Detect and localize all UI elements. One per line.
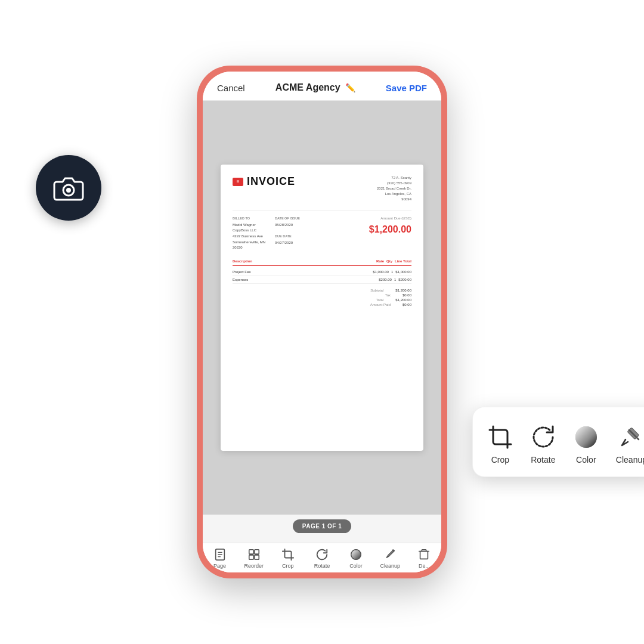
panel-color-icon [573,424,599,450]
invoice-row-2: Expenses $200.00 1 $200.00 [233,276,411,284]
phone-shell: Cancel ACME Agency ✏️ Save PDF [197,66,447,578]
invoice-table-header: Description Rate Qty Line Total [233,257,411,266]
invoice-row-1: Project Fee $1,000.00 1 $1,000.00 [233,268,411,276]
panel-crop-icon [487,424,513,450]
subtotal-row: Subtotal $1,200.00 [370,289,411,292]
panel-rotate-icon [530,424,556,450]
scene: Cancel ACME Agency ✏️ Save PDF [54,36,590,608]
app-header: Cancel ACME Agency ✏️ Save PDF [203,72,441,101]
crop-icon [281,548,295,561]
page-icon [213,548,227,561]
svg-rect-6 [249,550,253,554]
svg-point-14 [575,426,597,448]
svg-rect-7 [255,550,259,554]
toolbar-rotate-label: Rotate [314,563,330,569]
invoice-logo: INVOICE [233,175,295,188]
toolbar-delete[interactable]: De... [411,548,437,569]
panel-crop-label: Crop [491,455,509,465]
camera-icon [53,175,84,201]
svg-rect-9 [255,555,259,559]
screen: Cancel ACME Agency ✏️ Save PDF [203,72,441,572]
svg-rect-8 [249,555,253,559]
save-pdf-button[interactable]: Save PDF [386,83,427,93]
camera-badge [36,155,101,221]
tax-row: Tax $0.00 [385,293,411,297]
panel-cleanup-icon [618,424,644,450]
toolbar-rotate[interactable]: Rotate [309,548,335,569]
reorder-icon [247,548,261,561]
toolbar-cleanup-label: Cleanup [380,563,401,569]
panel-rotate[interactable]: Rotate [530,424,556,465]
total-row: Total $1,200.00 [376,298,411,302]
edit-icon[interactable]: ✏️ [345,83,355,92]
invoice-totals: Subtotal $1,200.00 Tax $0.00 Total $1,20… [233,289,411,306]
panel-cleanup[interactable]: Cleanup [616,424,644,465]
toolbar-color-label: Color [349,563,363,569]
svg-point-11 [351,550,361,560]
document-title: ACME Agency ✏️ [275,82,355,93]
page-indicator-wrap: PAGE 1 OF 1 [203,515,441,543]
phone-screen: Cancel ACME Agency ✏️ Save PDF [203,72,441,572]
page-indicator: PAGE 1 OF 1 [293,519,351,533]
date-block: Date of Issue 05/28/2020 Due Date 04/27/… [275,216,300,251]
toolbar-page-label: Page [213,563,226,569]
rotate-icon [315,548,329,561]
amount-due-block: Amount Due (USD) $1,200.00 [369,216,411,251]
bottom-toolbar: Page Reorder [203,543,441,572]
cleanup-icon [383,548,397,561]
document-area: INVOICE 72 A. Scanty (310) 555-0909 2021… [203,101,441,515]
invoice-icon [233,178,243,186]
panel-crop[interactable]: Crop [487,424,513,465]
panel-color-label: Color [576,455,596,465]
color-icon [349,548,363,561]
svg-point-1 [66,188,71,193]
invoice-contact: 72 A. Scanty (310) 555-0909 2021 Broad C… [377,175,411,202]
panel-rotate-label: Rotate [531,455,555,465]
billed-to-block: Billed To Maddi Wagner CopyBoss LLC 4337… [233,216,265,251]
invoice-title: INVOICE [247,175,295,188]
toolbar-crop-label: Crop [282,563,294,569]
delete-icon [417,548,431,561]
toolbar-crop[interactable]: Crop [275,548,301,569]
amount-paid-row: Amount Paid $0.00 [370,303,411,306]
toolbar-reorder[interactable]: Reorder [241,548,267,569]
invoice-header: INVOICE 72 A. Scanty (310) 555-0909 2021… [233,175,411,202]
panel-color[interactable]: Color [573,424,599,465]
tool-panel: Crop Rotate Color [472,407,644,477]
toolbar-delete-label: De... [419,563,430,569]
toolbar-reorder-label: Reorder [244,563,264,569]
invoice-divider [233,210,411,211]
toolbar-color[interactable]: Color [343,548,369,569]
toolbar-cleanup[interactable]: Cleanup [377,548,403,569]
invoice-document: INVOICE 72 A. Scanty (310) 555-0909 2021… [221,165,423,451]
cancel-button[interactable]: Cancel [217,83,245,93]
svg-rect-12 [420,552,428,559]
invoice-billing: Billed To Maddi Wagner CopyBoss LLC 4337… [233,216,411,251]
toolbar-page[interactable]: Page [207,548,233,569]
panel-cleanup-label: Cleanup [616,455,644,465]
